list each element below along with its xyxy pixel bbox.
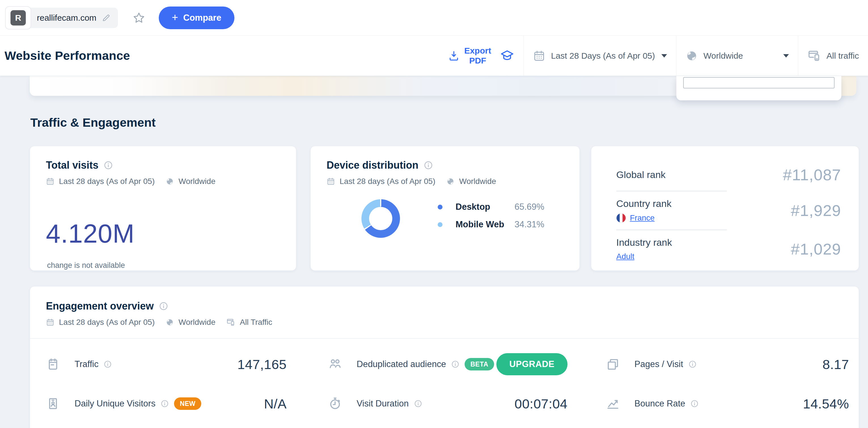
date-dropdown-input[interactable] [683, 77, 835, 88]
new-badge: NEW [174, 397, 201, 410]
industry-rank-value: #1,029 [791, 240, 841, 258]
rank-label: Country rank [616, 198, 672, 209]
edit-icon[interactable] [101, 13, 111, 22]
card-title: Engagement overview [46, 300, 154, 312]
globe-icon [446, 177, 455, 186]
france-flag-icon [616, 213, 626, 223]
metric-visit-duration: Visit Duration 00:07:04 [328, 392, 567, 415]
metric-deduplicated-audience: Deduplicated audience BETA UPGRADE [328, 353, 567, 375]
metric-label: Traffic [74, 359, 98, 369]
card-date-range: Last 28 days (As of Apr 05) [59, 177, 155, 186]
topbar: R reallifecam.com + Compare [0, 0, 868, 36]
legend-label: Desktop [456, 202, 512, 212]
download-icon [448, 50, 460, 62]
metric-label: Pages / Visit [634, 359, 683, 369]
rank-card: Global rank #11,087 Country rank France … [591, 146, 859, 271]
desktop-dot [438, 205, 442, 210]
export-label-line1: Export [464, 46, 491, 55]
globe-icon [165, 318, 174, 327]
industry-link[interactable]: Adult [616, 252, 634, 261]
metric-bounce-rate: Bounce Rate 14.54% [606, 392, 849, 415]
region-value: Worldwide [704, 51, 743, 61]
traffic-filter[interactable]: All traffic [798, 36, 868, 76]
all-traffic-icon [807, 49, 821, 63]
section-title: Traffic & Engagement [30, 116, 156, 129]
global-rank-row: Global rank #11,087 [616, 159, 841, 191]
site-favicon-letter: R [10, 10, 26, 26]
upgrade-button[interactable]: UPGRADE [496, 353, 567, 375]
card-date-range: Last 28 days (As of Apr 05) [59, 318, 155, 327]
country-link[interactable]: France [630, 213, 655, 222]
bounce-rate-icon [606, 396, 620, 411]
compare-button-label: Compare [183, 13, 221, 23]
bounce-rate-value: 14.54% [803, 396, 849, 411]
traffic-value: 147,165 [238, 357, 287, 372]
rank-label: Global rank [616, 169, 665, 180]
card-region: Worldwide [179, 177, 215, 186]
total-visits-value: 4.120M [46, 219, 280, 249]
legend-row-desktop: Desktop 65.69% [438, 202, 544, 212]
country-rank-row: Country rank France #1,929 [616, 191, 841, 230]
calendar-icon [46, 318, 55, 327]
date-range-filter[interactable]: Last 28 Days (As of Apr 05) [524, 36, 676, 76]
metric-pages-per-visit: Pages / Visit 8.17 [606, 353, 849, 375]
legend-row-mobile: Mobile Web 34.31% [438, 219, 544, 230]
calendar-icon [327, 177, 335, 186]
pages-per-visit-value: 8.17 [823, 357, 849, 372]
device-distribution-card: Device distribution Last 28 days (As of … [310, 146, 580, 271]
metric-traffic: Traffic 147,165 [45, 353, 287, 375]
info-icon[interactable] [103, 160, 113, 170]
card-title: Device distribution [327, 159, 418, 171]
all-traffic-icon [226, 318, 235, 327]
users-icon [328, 357, 342, 372]
pages-icon [606, 357, 620, 372]
header-controls: Export PDF Last 28 Days [439, 36, 868, 76]
device-donut-chart [362, 199, 400, 238]
chevron-down-icon [783, 54, 789, 58]
visit-duration-value: 00:07:04 [515, 396, 567, 411]
page-title: Website Performance [4, 49, 130, 63]
card-date-range: Last 28 days (As of Apr 05) [340, 177, 435, 186]
region-filter[interactable]: Worldwide [676, 36, 798, 76]
beta-badge: BETA [465, 358, 494, 370]
metric-label: Bounce Rate [634, 399, 685, 409]
page-header: Website Performance Export PDF [0, 36, 868, 76]
chevron-down-icon [661, 54, 667, 58]
rank-label: Industry rank [616, 237, 672, 248]
card-title: Total visits [46, 159, 98, 171]
favorite-star-icon[interactable] [132, 11, 146, 25]
card-region: Worldwide [179, 318, 215, 327]
globe-icon [685, 50, 698, 62]
date-dropdown-panel [676, 76, 841, 100]
export-pdf-button[interactable]: Export PDF [448, 46, 491, 65]
change-note: change is not available [47, 261, 280, 270]
calendar-icon [533, 50, 546, 62]
info-icon[interactable] [424, 160, 433, 170]
legend-label: Mobile Web [456, 219, 512, 230]
info-icon[interactable] [690, 399, 699, 408]
info-icon[interactable] [688, 360, 697, 368]
traffic-metric-icon [45, 357, 60, 372]
info-icon[interactable] [103, 360, 112, 368]
site-favicon: R [5, 6, 31, 29]
info-icon[interactable] [159, 301, 168, 311]
country-rank-value: #1,929 [791, 201, 841, 220]
info-icon[interactable] [414, 399, 423, 408]
id-card-icon [45, 396, 60, 411]
traffic-filter-value: All traffic [827, 51, 859, 61]
metric-daily-unique-visitors: Daily Unique Visitors NEW N/A [45, 392, 287, 415]
stopwatch-icon [328, 396, 342, 411]
info-icon[interactable] [451, 360, 460, 368]
engagement-metrics: Traffic 147,165 Deduplicated audience BE… [30, 339, 859, 428]
device-legend: Desktop 65.69% Mobile Web 34.31% [438, 202, 544, 237]
card-traffic-scope: All Traffic [240, 318, 272, 327]
info-icon[interactable] [160, 399, 169, 408]
export-label-line2: PDF [469, 56, 486, 65]
academy-icon[interactable] [500, 49, 515, 63]
calendar-icon [46, 177, 55, 186]
metric-label: Daily Unique Visitors [74, 399, 155, 409]
site-selector[interactable]: R reallifecam.com [5, 8, 118, 28]
site-name: reallifecam.com [37, 13, 96, 23]
compare-button[interactable]: + Compare [159, 6, 235, 29]
metric-label: Visit Duration [356, 399, 409, 409]
